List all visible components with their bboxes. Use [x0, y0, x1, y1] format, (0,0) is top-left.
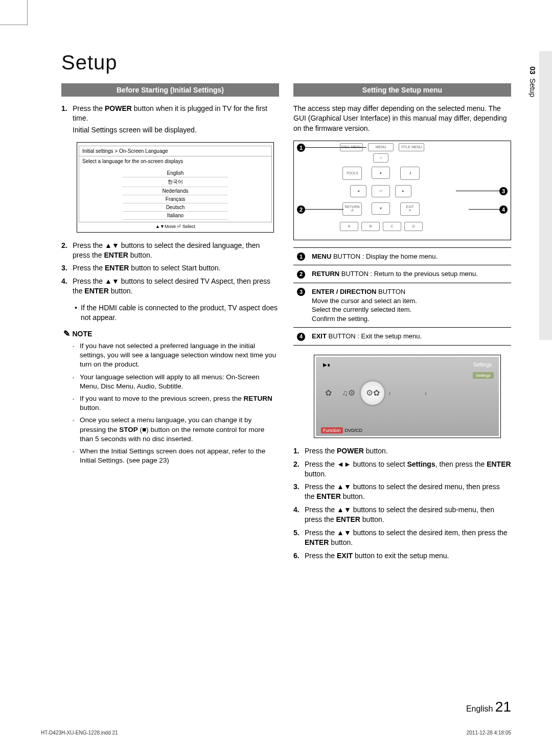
print-timestamp: 2011-12-28 4:18:05: [467, 730, 511, 736]
lang-option: Français: [123, 195, 228, 203]
step-4: Press the ▲▼ buttons to select desired T…: [61, 277, 279, 296]
lang-option: Nederlands: [123, 187, 228, 195]
lang-option: Italiano: [123, 212, 228, 220]
remote-diagram: DISC MENU MENU TITLE MENU ⌂ TOOLS ℹ ▲ ◄ …: [293, 141, 511, 240]
note-item: If you want to move to the previous scre…: [61, 394, 279, 413]
up-button: ▲: [372, 167, 390, 179]
lang-option: English: [123, 169, 228, 177]
heading-setting-menu: Setting the Setup menu: [293, 83, 511, 97]
color-b-button: B: [361, 222, 380, 231]
right-step-5: Press the ▲▼ buttons to select the desir…: [293, 528, 511, 547]
init-breadcrumb: Initial settings > On-Screen Language: [79, 146, 271, 156]
left-column: Before Starting (Initial Settings) Press…: [61, 83, 279, 568]
right-step-4: Press the ▲▼ buttons to select the desir…: [293, 505, 511, 524]
note-item: Once you select a menu language, you can…: [61, 416, 279, 444]
left-arrow-icon: ‹: [388, 389, 391, 397]
heading-before-starting: Before Starting (Initial Settings): [61, 83, 279, 97]
home-button: ⌂: [373, 153, 388, 163]
enter-button: ⏎: [372, 185, 390, 197]
callout-1: 1: [297, 144, 366, 152]
legend-row: RETURN BUTTON : Return to the previous s…: [309, 265, 511, 283]
step-4-bullet: If the HDMI cable is connected to the pr…: [61, 303, 279, 323]
note-heading: NOTE: [63, 329, 279, 338]
down-button: ▼: [372, 202, 390, 215]
tv-bottom-bar: FunctionDVD/CD: [321, 428, 362, 433]
legend-row: ENTER / DIRECTION BUTTONMove the cursor …: [309, 283, 511, 328]
right-arrow-icon: ›: [425, 389, 427, 397]
legend-table: 1MENU BUTTON : Display the home menu. 2R…: [293, 247, 511, 346]
init-footer-hint: ▲▼Move ⏎ Select: [79, 222, 272, 231]
color-c-button: C: [383, 222, 401, 231]
right-step-1: Press the POWER button.: [293, 446, 511, 456]
step-1-sub: Initial Settings screen will be displaye…: [73, 125, 279, 135]
callout-2: 2: [297, 205, 343, 214]
settings-pill: Settings: [473, 372, 494, 379]
footer-language: English: [466, 704, 493, 713]
print-file: HT-D423H-XU-ENG-1228.indd 21: [41, 730, 118, 736]
intro-paragraph: The access step may differ depending on …: [293, 104, 511, 133]
tv-title: Settings: [473, 362, 492, 368]
exit-button: EXIT⤲: [400, 202, 420, 216]
note-item: When the Initial Settings screen does no…: [61, 447, 279, 465]
page-footer: English 21: [466, 699, 511, 715]
right-step-6: Press the EXIT button to exit the setup …: [293, 551, 511, 561]
menu-button: MENU: [368, 143, 394, 151]
color-a-button: A: [340, 222, 358, 231]
init-prompt: Select a language for the on-screen disp…: [79, 156, 271, 166]
note-item: If you have not selected a preferred lan…: [61, 341, 279, 370]
tools-button: TOOLS: [342, 167, 362, 180]
title-menu-button: TITLE MENU: [399, 143, 424, 151]
right-step-3: Press the ▲▼ buttons to select the desir…: [293, 482, 511, 501]
callout-3: 3: [456, 187, 508, 195]
language-list: English 한국어 Nederlands Français Deutsch …: [123, 169, 228, 220]
legend-row: MENU BUTTON : Display the home menu.: [309, 247, 511, 265]
step-2: Press the ▲▼ buttons to select the desir…: [61, 241, 279, 260]
page-number: 21: [495, 699, 511, 715]
color-d-button: D: [404, 222, 423, 231]
lang-option: 한국어: [123, 177, 228, 187]
page-title: Setup: [61, 51, 511, 74]
step-3: Press the ENTER button to select Start b…: [61, 263, 279, 273]
step-1: Press the POWER button when it is plugge…: [61, 104, 279, 135]
music-icon: ♫⚙: [340, 385, 357, 401]
settings-icon: ⚙✿: [361, 381, 384, 405]
note-item: Your language selection will apply to al…: [61, 373, 279, 391]
callout-4: 4: [469, 205, 508, 214]
legend-row: EXIT BUTTON : Exit the setup menu.: [309, 328, 511, 346]
right-column: Setting the Setup menu The access step m…: [293, 83, 511, 568]
lang-option: Deutsch: [123, 203, 228, 212]
print-footer: HT-D423H-XU-ENG-1228.indd 21 2011-12-28 …: [41, 730, 511, 736]
left-button: ◄: [350, 185, 366, 197]
videos-icon: ✿: [320, 385, 336, 401]
initial-settings-screen: Initial settings > On-Screen Language Se…: [77, 142, 274, 233]
return-button: RETURN↺: [342, 202, 362, 216]
playpause-icon: ▶∎: [323, 362, 330, 368]
info-button: ℹ: [400, 167, 420, 180]
right-step-2: Press the ◄► buttons to select Settings,…: [293, 460, 511, 479]
settings-tv-screen: ▶∎ Settings Settings ✿ ♫⚙ ⚙✿ ‹ › Functio…: [314, 355, 501, 438]
right-button: ►: [395, 185, 411, 197]
